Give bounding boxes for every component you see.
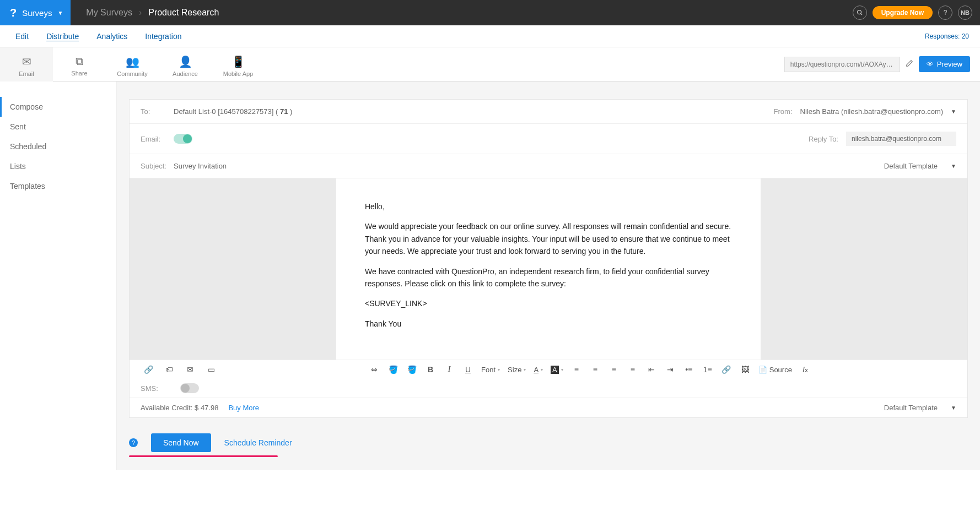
dist-tab-mobile[interactable]: 📱 Mobile App <box>212 47 265 81</box>
chevron-right-icon: › <box>139 8 142 18</box>
compose-card: To: Default List-0 [1645708227573] ( 71 … <box>129 99 968 418</box>
survey-url-input[interactable]: https://questionpro.com/t/AOXAyZrIjI <box>784 57 900 72</box>
dist-tab-audience[interactable]: 👤 Audience <box>159 47 212 81</box>
preview-button[interactable]: 👁 Preview <box>919 56 970 72</box>
dist-tab-community[interactable]: 👥 Community <box>106 47 159 81</box>
body-p2: We have contracted with QuestionPro, an … <box>365 265 732 290</box>
sidebar-item-sent[interactable]: Sent <box>0 117 116 137</box>
align-center-icon[interactable]: ≡ <box>590 364 601 375</box>
expand-icon[interactable]: ⇔ <box>369 364 380 375</box>
template-value: Default Template <box>884 162 938 170</box>
email-toggle-label: Email: <box>141 135 174 143</box>
paint-fill-icon[interactable]: 🪣 <box>387 364 399 375</box>
sms-template-dropdown[interactable]: Default Template ▼ <box>884 404 956 412</box>
breadcrumb-parent[interactable]: My Surveys <box>86 8 132 18</box>
number-list-icon[interactable]: 1≡ <box>702 364 713 375</box>
text-color-dropdown[interactable]: A▾ <box>534 366 543 374</box>
dist-tab-share[interactable]: ⧉ Share <box>53 47 106 81</box>
template-icon[interactable]: ▭ <box>206 364 217 375</box>
body-greeting: Hello, <box>365 200 732 213</box>
caret-down-icon: ▼ <box>951 405 956 411</box>
link-icon[interactable]: 🔗 <box>143 364 154 375</box>
sms-toggle[interactable] <box>180 383 199 393</box>
sidebar-item-compose[interactable]: Compose <box>0 97 116 117</box>
rte-toolbar: 🔗 🏷 ✉ ▭ ⇔ 🪣 🪣 B I U Font▾ Size▾ A▾ A▾ <box>130 360 967 379</box>
search-button[interactable] <box>853 6 867 20</box>
tab-edit[interactable]: Edit <box>7 32 37 41</box>
svg-point-0 <box>857 10 861 14</box>
replyto-label: Reply To: <box>809 135 838 143</box>
align-left-icon[interactable]: ≡ <box>571 364 582 375</box>
sms-label: SMS: <box>141 384 158 393</box>
buy-more-link[interactable]: Buy More <box>228 404 259 412</box>
brand-label: Surveys <box>22 8 52 18</box>
sidebar-item-scheduled[interactable]: Scheduled <box>0 137 116 156</box>
upgrade-button[interactable]: Upgrade Now <box>873 6 933 19</box>
underline-icon[interactable]: U <box>462 364 473 375</box>
tab-distribute[interactable]: Distribute <box>37 32 88 41</box>
subject-value[interactable]: Survey Invitation <box>174 162 227 170</box>
to-value[interactable]: Default List-0 [1645708227573] ( 71 ) <box>174 107 292 116</box>
help-icon[interactable]: ? <box>129 438 138 447</box>
caret-down-icon: ▼ <box>57 10 63 16</box>
align-right-icon[interactable]: ≡ <box>609 364 620 375</box>
tab-analytics[interactable]: Analytics <box>88 32 136 41</box>
body-p1: We would appreciate your feedback on our… <box>365 220 732 257</box>
search-icon <box>857 9 863 16</box>
dist-tab-mobile-label: Mobile App <box>223 70 253 77</box>
pencil-icon <box>906 59 913 67</box>
editor-body: Hello, We would appreciate your feedback… <box>130 178 967 360</box>
indent-icon[interactable]: ⇥ <box>665 364 676 375</box>
outdent-icon[interactable]: ⇤ <box>646 364 657 375</box>
email-body-editor[interactable]: Hello, We would appreciate your feedback… <box>336 178 761 360</box>
dist-tab-email-label: Email <box>19 70 34 77</box>
share-icon: ⧉ <box>76 55 83 68</box>
align-justify-icon[interactable]: ≡ <box>627 364 638 375</box>
tab-integration[interactable]: Integration <box>136 32 190 41</box>
help-button[interactable]: ? <box>938 6 952 20</box>
envelope-icon: ✉ <box>22 55 31 68</box>
question-icon: ? <box>944 9 947 17</box>
tag-icon[interactable]: 🏷 <box>164 364 175 375</box>
audience-icon: 👤 <box>179 55 192 68</box>
sidebar-item-templates[interactable]: Templates <box>0 176 116 196</box>
size-dropdown[interactable]: Size▾ <box>508 366 526 374</box>
brand-surveys-menu[interactable]: ? Surveys ▼ <box>0 0 71 25</box>
mail-icon[interactable]: ✉ <box>185 364 196 375</box>
to-label: To: <box>141 107 174 116</box>
credit-label: Available Credit: $ 47.98 <box>141 404 218 412</box>
breadcrumb-current: Product Research <box>148 8 219 18</box>
user-avatar[interactable]: NB <box>958 6 972 20</box>
clear-format-icon[interactable]: Ix <box>800 364 811 375</box>
send-now-button[interactable]: Send Now <box>151 433 211 452</box>
email-toggle[interactable] <box>174 134 192 144</box>
from-dropdown[interactable]: ▼ <box>951 108 956 115</box>
caret-down-icon: ▼ <box>951 163 956 169</box>
body-signoff: Thank You <box>365 318 732 330</box>
bold-icon[interactable]: B <box>425 364 436 375</box>
schedule-reminder-link[interactable]: Schedule Reminder <box>224 438 292 447</box>
edit-url-button[interactable] <box>906 59 913 69</box>
bg-color-dropdown[interactable]: A▾ <box>551 366 563 374</box>
body-link: <SURVEY_LINK> <box>365 297 732 309</box>
eye-icon: 👁 <box>927 60 934 68</box>
paint-fill-inv-icon[interactable]: 🪣 <box>406 364 417 375</box>
image-icon[interactable]: 🖼 <box>740 364 751 375</box>
responses-count[interactable]: Responses: 20 <box>925 32 973 40</box>
breadcrumb: My Surveys › Product Research <box>71 8 219 18</box>
replyto-input[interactable] <box>846 132 956 146</box>
bullet-list-icon[interactable]: •≡ <box>683 364 694 375</box>
italic-icon[interactable]: I <box>444 364 455 375</box>
dist-tab-audience-label: Audience <box>173 70 198 77</box>
dist-tab-email[interactable]: ✉ Email <box>0 47 53 81</box>
community-icon: 👥 <box>126 55 139 68</box>
dist-tab-share-label: Share <box>71 70 87 77</box>
font-dropdown[interactable]: Font▾ <box>481 366 500 374</box>
subject-label: Subject: <box>141 162 174 170</box>
insert-link-icon[interactable]: 🔗 <box>721 364 732 375</box>
from-value: Nilesh Batra (nilesh.batra@questionpro.c… <box>800 107 944 116</box>
sidebar-item-lists[interactable]: Lists <box>0 156 116 176</box>
from-label: From: <box>774 107 793 116</box>
source-button[interactable]: 📄Source <box>758 366 792 374</box>
template-dropdown[interactable]: Default Template ▼ <box>884 162 956 170</box>
